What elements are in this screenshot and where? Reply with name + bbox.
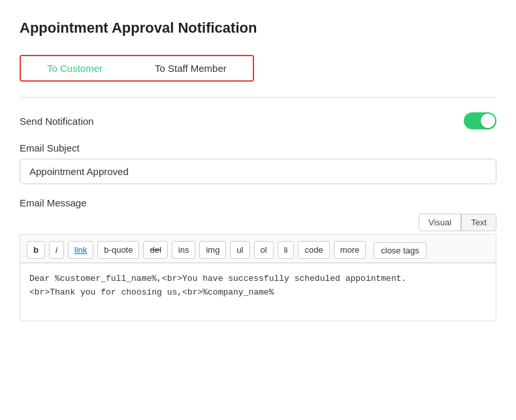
tab-to-staff-member[interactable]: To Staff Member	[129, 56, 253, 80]
toolbar-more-button[interactable]: more	[334, 241, 366, 259]
toolbar-close-tags-button[interactable]: close tags	[374, 242, 427, 259]
toolbar-bquote-button[interactable]: b-quote	[97, 241, 139, 259]
email-subject-input[interactable]	[20, 159, 496, 184]
toggle-thumb	[481, 114, 495, 128]
page-title: Appointment Approval Notification	[20, 20, 496, 37]
email-message-label: Email Message	[20, 197, 496, 208]
toolbar-del-button[interactable]: del	[143, 241, 167, 259]
divider	[20, 97, 496, 98]
toolbar-italic-button[interactable]: i	[49, 241, 64, 259]
tabs-container: To Customer To Staff Member	[20, 55, 254, 82]
toolbar-bold-button[interactable]: b	[27, 241, 45, 259]
send-notification-toggle[interactable]	[464, 112, 496, 129]
toolbar-ins-button[interactable]: ins	[172, 241, 196, 259]
toolbar-li-button[interactable]: li	[278, 241, 295, 259]
editor-content-area[interactable]: Dear %customer_full_name%,<br>You have s…	[20, 263, 496, 321]
editor-toolbar: b i link b-quote del ins img ul ol li co…	[20, 234, 496, 263]
send-notification-row: Send Notification	[20, 112, 496, 129]
toolbar-code-button[interactable]: code	[298, 241, 329, 259]
tab-to-customer[interactable]: To Customer	[21, 56, 129, 80]
toolbar-img-button[interactable]: img	[199, 241, 226, 259]
visual-view-button[interactable]: Visual	[419, 214, 461, 231]
toolbar-ul-button[interactable]: ul	[230, 241, 250, 259]
email-message-section: Email Message Visual Text b i link b-quo…	[20, 197, 496, 321]
toggle-track	[464, 112, 496, 129]
email-subject-label: Email Subject	[20, 142, 496, 153]
toolbar-link-button[interactable]: link	[68, 241, 94, 259]
editor-view-toggle: Visual Text	[20, 214, 496, 231]
email-subject-section: Email Subject	[20, 142, 496, 197]
text-view-button[interactable]: Text	[461, 214, 496, 231]
send-notification-label: Send Notification	[20, 116, 93, 127]
toolbar-ol-button[interactable]: ol	[254, 241, 274, 259]
